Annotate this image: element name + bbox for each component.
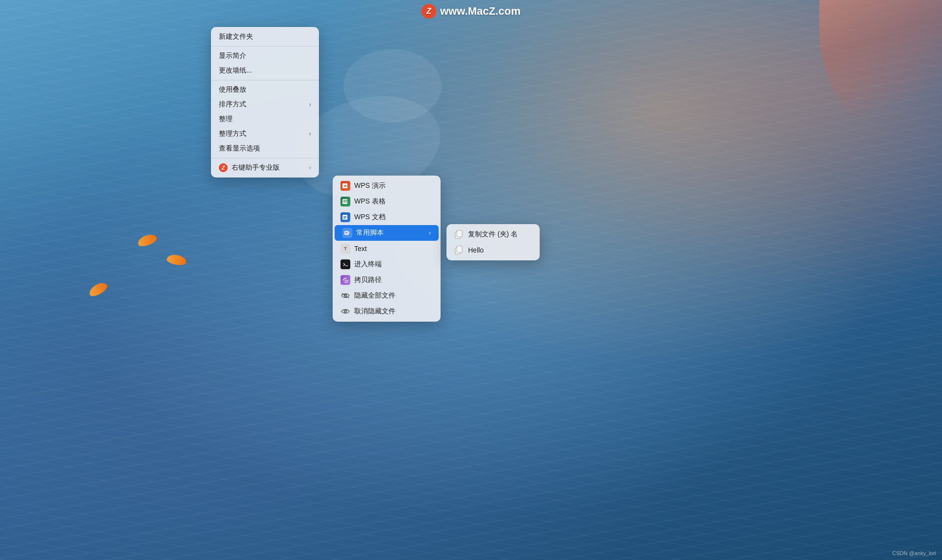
separator-2: [211, 80, 319, 80]
menu-item-sort-by-label: 排序方式: [219, 100, 246, 109]
menu-item-tidy-by[interactable]: 整理方式 ›: [211, 127, 319, 141]
separator-3: [211, 158, 319, 158]
hello-label: Hello: [468, 246, 484, 254]
right-click-helper-arrow: ›: [309, 164, 311, 171]
hide-icon: [340, 291, 350, 301]
hello-icon: [454, 245, 464, 255]
svg-rect-24: [457, 231, 462, 236]
menu-item-show-intro-label: 显示简介: [219, 51, 246, 60]
svg-rect-6: [345, 202, 347, 203]
hide-all-files-label: 隐藏全部文件: [354, 291, 395, 300]
svg-rect-3: [343, 200, 345, 201]
tidy-by-arrow: ›: [309, 130, 311, 137]
menu-item-new-folder-label: 新建文件夹: [219, 32, 253, 41]
svg-rect-27: [457, 247, 462, 252]
menu-item-display-settings-label: 查看显示选项: [219, 144, 260, 153]
svg-rect-8: [343, 216, 346, 217]
submenu-scripts: 复制文件 (夹) 名 Hello: [446, 224, 540, 260]
svg-rect-9: [343, 217, 346, 218]
text-icon: T: [340, 244, 350, 254]
submenu-item-wps-doc[interactable]: WPS 文档: [333, 209, 441, 225]
submenu-item-show-hidden-files[interactable]: 取消隐藏文件: [333, 304, 441, 319]
wps-present-label: WPS 演示: [354, 181, 386, 190]
wps-sheet-label: WPS 表格: [354, 197, 386, 206]
svg-rect-5: [343, 202, 345, 203]
separator-1: [211, 46, 319, 47]
menu-item-use-stacks[interactable]: 使用叠放: [211, 82, 319, 97]
terminal-icon: [340, 259, 350, 269]
enter-terminal-label: 进入终端: [354, 260, 382, 269]
menu-item-tidy-by-label: 整理方式: [219, 129, 246, 138]
common-scripts-arrow: ›: [429, 229, 431, 236]
svg-rect-12: [345, 232, 348, 232]
scripts-icon: [342, 228, 352, 238]
svg-rect-15: [342, 261, 349, 268]
submenu-helper: WPS 演示 WPS 表格 WPS 文档: [333, 176, 441, 322]
common-scripts-label: 常用脚本: [356, 229, 384, 237]
menu-item-use-stacks-label: 使用叠放: [219, 85, 246, 94]
menu-item-right-click-helper[interactable]: Z 右键助手专业版 ›: [211, 160, 319, 175]
main-context-menu: 新建文件夹 显示简介 更改墙纸... 使用叠放 排序方式 › 整理 整理方式 ›…: [211, 27, 319, 178]
watermark: Z www.MacZ.com: [421, 4, 521, 19]
svg-rect-13: [345, 233, 347, 233]
menu-item-tidy[interactable]: 整理: [211, 112, 319, 127]
svg-marker-14: [349, 232, 350, 233]
submenu-item-copy-filename[interactable]: 复制文件 (夹) 名: [446, 227, 540, 242]
submenu-item-wps-sheet[interactable]: WPS 表格: [333, 194, 441, 209]
copy-file-icon: [454, 229, 464, 239]
menu-item-new-folder[interactable]: 新建文件夹: [211, 29, 319, 44]
copy-filename-label: 复制文件 (夹) 名: [468, 230, 518, 239]
menu-item-sort-by[interactable]: 排序方式 ›: [211, 97, 319, 112]
wps-doc-icon: [340, 212, 350, 222]
submenu-item-hello[interactable]: Hello: [446, 242, 540, 258]
submenu-item-common-scripts[interactable]: 常用脚本 ›: [335, 225, 439, 241]
svg-rect-4: [345, 200, 347, 201]
menu-item-tidy-label: 整理: [219, 115, 233, 124]
svg-rect-10: [343, 218, 345, 219]
menu-item-display-settings[interactable]: 查看显示选项: [211, 141, 319, 156]
submenu-item-wps-present[interactable]: WPS 演示: [333, 178, 441, 194]
menu-item-change-wallpaper[interactable]: 更改墙纸...: [211, 63, 319, 78]
wps-doc-label: WPS 文档: [354, 213, 386, 222]
watermark-url: www.MacZ.com: [440, 5, 521, 18]
water-reflection-2: [343, 49, 442, 123]
submenu-item-enter-terminal[interactable]: 进入终端: [333, 256, 441, 272]
credit-text: CSDN @anky_lori: [892, 550, 936, 556]
show-icon: [340, 306, 350, 316]
water-effect: [0, 0, 942, 560]
text-label: Text: [354, 245, 367, 253]
watermark-logo: Z: [421, 4, 436, 19]
menu-item-change-wallpaper-label: 更改墙纸...: [219, 66, 252, 75]
submenu-item-hide-all-files[interactable]: 隐藏全部文件: [333, 288, 441, 304]
menu-item-show-intro[interactable]: 显示简介: [211, 49, 319, 63]
copy-path-label: 拷贝路径: [354, 276, 382, 284]
wps-present-icon: [340, 181, 350, 191]
submenu-item-text[interactable]: T Text: [333, 241, 441, 256]
menu-item-right-click-helper-label: 右键助手专业版: [232, 163, 280, 172]
svg-point-21: [345, 311, 346, 312]
submenu-item-copy-path[interactable]: 拷贝路径: [333, 272, 441, 288]
show-hidden-files-label: 取消隐藏文件: [354, 307, 395, 316]
path-icon: [340, 275, 350, 285]
wps-sheet-icon: [340, 197, 350, 206]
helper-pro-icon: Z: [219, 163, 228, 172]
sort-by-arrow: ›: [309, 101, 311, 108]
